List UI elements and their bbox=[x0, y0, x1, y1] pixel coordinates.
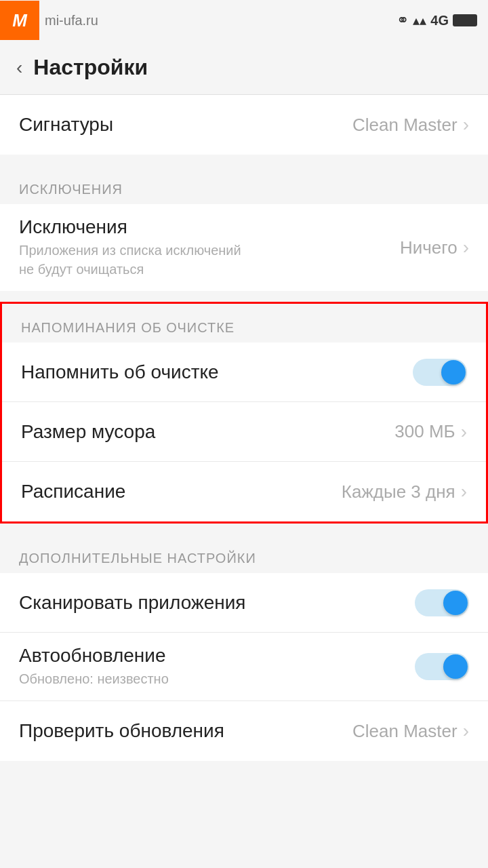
bluetooth-icon: ⚭ bbox=[396, 12, 409, 29]
signal-strength-icon: ▴▴ bbox=[413, 12, 426, 28]
trash-size-title: Размер мусора bbox=[21, 421, 394, 443]
trash-size-item[interactable]: Размер мусора 300 МБ › bbox=[2, 402, 486, 462]
signatures-value: Clean Master bbox=[352, 115, 458, 136]
exclusions-section-items: Исключения Приложения из списка исключен… bbox=[0, 204, 488, 291]
reminders-header: НАПОМИНАНИЯ ОБ ОЧИСТКЕ bbox=[2, 304, 486, 342]
check-updates-item[interactable]: Проверить обновления Clean Master › bbox=[0, 701, 488, 761]
additional-header: ДОПОЛНИТЕЛЬНЫЕ НАСТРОЙКИ bbox=[0, 534, 488, 573]
schedule-value: Каждые 3 дня bbox=[342, 481, 455, 502]
reminders-section-items: Напомнить об очистке Размер мусора 300 М… bbox=[2, 342, 486, 521]
exclusions-value: Ничего bbox=[400, 237, 458, 258]
signatures-chevron-icon: › bbox=[463, 114, 469, 136]
exclusions-header: ИСКЛЮЧЕНИЯ bbox=[0, 165, 488, 204]
additional-section-items: Сканировать приложения Автообновление Об… bbox=[0, 573, 488, 761]
domain-text: mi-ufa.ru bbox=[45, 13, 98, 28]
remind-clean-toggle[interactable] bbox=[413, 359, 467, 386]
check-updates-title: Проверить обновления bbox=[19, 720, 352, 742]
page-title: Настройки bbox=[33, 55, 148, 80]
autoupdate-title: Автообновление bbox=[19, 645, 415, 667]
back-button[interactable]: ‹ bbox=[16, 57, 22, 79]
autoupdate-item[interactable]: Автообновление Обновлено: неизвестно bbox=[0, 633, 488, 701]
scan-apps-toggle[interactable] bbox=[415, 589, 469, 616]
reminders-section: НАПОМИНАНИЯ ОБ ОЧИСТКЕ Напомнить об очис… bbox=[0, 302, 488, 524]
logo: M bbox=[0, 1, 39, 40]
exclusions-section: ИСКЛЮЧЕНИЯ Исключения Приложения из спис… bbox=[0, 165, 488, 291]
network-type: 4G bbox=[430, 13, 449, 28]
autoupdate-subtitle: Обновлено: неизвестно bbox=[19, 669, 415, 688]
battery-icon bbox=[453, 14, 477, 26]
remind-clean-title: Напомнить об очистке bbox=[21, 361, 413, 383]
exclusions-title: Исключения bbox=[19, 216, 400, 238]
scan-apps-title: Сканировать приложения bbox=[19, 592, 415, 614]
schedule-chevron-icon: › bbox=[461, 481, 467, 502]
additional-section: ДОПОЛНИТЕЛЬНЫЕ НАСТРОЙКИ Сканировать при… bbox=[0, 534, 488, 761]
trash-size-chevron-icon: › bbox=[461, 421, 467, 443]
exclusions-subtitle: Приложения из списка исключенийне будут … bbox=[19, 241, 400, 279]
signatures-section: Сигнатуры Clean Master › bbox=[0, 95, 488, 155]
schedule-item[interactable]: Расписание Каждые 3 дня › bbox=[2, 462, 486, 521]
autoupdate-toggle[interactable] bbox=[415, 653, 469, 680]
exclusions-item[interactable]: Исключения Приложения из списка исключен… bbox=[0, 204, 488, 291]
check-updates-chevron-icon: › bbox=[463, 720, 469, 742]
top-navigation-bar: ‹ Настройки bbox=[0, 41, 488, 95]
signatures-item[interactable]: Сигнатуры Clean Master › bbox=[0, 95, 488, 155]
remind-clean-item[interactable]: Напомнить об очистке bbox=[2, 342, 486, 402]
scan-apps-item[interactable]: Сканировать приложения bbox=[0, 573, 488, 633]
check-updates-value: Clean Master bbox=[352, 721, 458, 742]
trash-size-value: 300 МБ bbox=[394, 421, 455, 442]
schedule-title: Расписание bbox=[21, 481, 342, 502]
exclusions-chevron-icon: › bbox=[463, 237, 469, 258]
signatures-title: Сигнатуры bbox=[19, 114, 352, 136]
